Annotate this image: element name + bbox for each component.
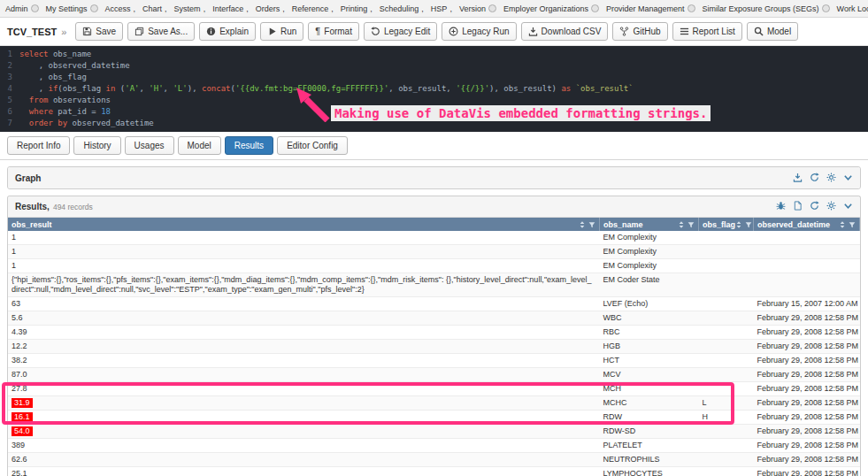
column-header-obs-result[interactable]: obs_result (8, 218, 600, 231)
table-row[interactable]: 31.9MCHCLFebruary 29, 2008 12:58 PM (8, 396, 860, 411)
nav-item-label: Provider Management (606, 4, 685, 13)
nav-item-my-settings[interactable]: My Settings (46, 4, 98, 13)
nav-item-interface[interactable]: Interface, (212, 4, 249, 13)
bug-icon[interactable] (776, 201, 786, 211)
legacy-run-button[interactable]: Legacy Run (442, 22, 516, 41)
sort-icon[interactable] (579, 221, 586, 228)
column-header-observed-datetime[interactable]: observed_datetime (754, 218, 860, 231)
github-button[interactable]: GitHub (612, 22, 667, 41)
nav-item-reference[interactable]: Reference, (292, 4, 334, 13)
table-row[interactable]: 389PLATELETFebruary 29, 2008 12:58 PM (8, 439, 860, 453)
file-icon[interactable] (793, 201, 803, 211)
status-circle-icon (90, 4, 98, 12)
cell-obs-result: 62.6 (8, 453, 600, 467)
code-text: , if(obs_flag in ('A', 'H', 'L'), concat… (19, 83, 634, 95)
nav-item-orders[interactable]: Orders, (256, 4, 285, 13)
table-row[interactable]: 1EM Complexity (8, 245, 860, 259)
cell-obs-name: EM Complexity (600, 231, 699, 245)
model-button[interactable]: Model (747, 22, 798, 41)
filter-icon[interactable] (849, 221, 856, 228)
filter-icon[interactable] (588, 221, 595, 228)
nav-item-admin[interactable]: Admin (5, 4, 39, 13)
nav-item-version[interactable]: Version (459, 4, 496, 13)
refresh-icon[interactable] (810, 173, 819, 182)
legacy-edit-button[interactable]: Legacy Edit (364, 22, 437, 41)
cell-observed-datetime (754, 231, 860, 245)
sort-icon[interactable] (678, 221, 685, 228)
tab-results[interactable]: Results (225, 136, 273, 155)
table-row[interactable]: 27.8MCHFebruary 29, 2008 12:58 PM (8, 382, 860, 396)
nav-item-scheduling[interactable]: Scheduling, (380, 4, 424, 13)
nav-item-employer-organizations[interactable]: Employer Organizations (503, 4, 599, 13)
nav-item-chart[interactable]: Chart, (142, 4, 167, 13)
table-row[interactable]: 62.6NEUTROPHILSFebruary 29, 2008 12:58 P… (8, 453, 860, 467)
table-row[interactable]: 87.0MCVFebruary 29, 2008 12:58 PM (8, 368, 860, 382)
list-icon (680, 27, 689, 36)
nav-item-hsp[interactable]: HSP, (431, 4, 452, 13)
table-row[interactable]: 63LVEF (Echo)February 15, 2007 12:00 AM (8, 297, 860, 311)
sort-icon[interactable] (839, 221, 846, 228)
save-as-button[interactable]: Save As... (127, 22, 195, 41)
button-label: Report List (693, 27, 735, 36)
table-row[interactable]: 1EM Complexity (8, 259, 860, 273)
report-list-button[interactable]: Report List (672, 22, 742, 41)
filter-icon[interactable] (687, 221, 695, 228)
save-button[interactable]: Save (75, 22, 123, 41)
nav-item-provider-management[interactable]: Provider Management (606, 4, 695, 13)
table-row[interactable]: 1EM Complexity (8, 231, 860, 245)
line-number: 5 (0, 95, 19, 106)
formatted-result-value: 16.1 (12, 412, 33, 422)
table-row[interactable]: 54.0RDW-SDFebruary 29, 2008 12:58 PM (8, 425, 860, 439)
refresh-icon[interactable] (810, 201, 819, 211)
download-icon[interactable] (793, 173, 803, 182)
nav-item-similar-exposure-groups-segs[interactable]: Similar Exposure Groups (SEGs) (703, 4, 830, 13)
gear-icon[interactable] (826, 201, 836, 211)
filter-icon[interactable] (745, 221, 752, 228)
code-text: where pat_id = 18 (19, 106, 111, 118)
cell-obs-name: HCT (600, 354, 699, 368)
results-panel-header: Results, 494 records (8, 196, 860, 218)
table-row[interactable]: 25.1LYMPHOCYTESFebruary 29, 2008 12:58 P… (8, 467, 860, 476)
run-button[interactable]: Run (260, 22, 303, 41)
tab-editor-config[interactable]: Editor Config (277, 136, 348, 155)
download-csv-button[interactable]: Download CSV (521, 22, 609, 41)
nav-item-printing[interactable]: Printing, (341, 4, 373, 13)
chevron-down-icon[interactable] (843, 201, 853, 211)
tab-model[interactable]: Model (178, 136, 221, 155)
gear-icon[interactable] (826, 173, 836, 182)
nav-item-work-locations[interactable]: Work Locations (837, 4, 868, 13)
code-text: order by observed_datetime (19, 118, 154, 129)
cell-obs-flag (699, 326, 754, 340)
sql-editor[interactable]: 1select obs_name2 , observed_datetime3 ,… (0, 46, 868, 132)
button-label: Save (96, 27, 116, 36)
line-number: 4 (0, 83, 19, 95)
cell-obs-flag (699, 368, 754, 382)
explain-button[interactable]: Explain (199, 22, 256, 41)
nav-item-system[interactable]: System, (174, 4, 206, 13)
graph-panel-header: Graph (8, 167, 860, 188)
code-line: 2 , observed_datetime (0, 60, 868, 72)
table-row[interactable]: {"hpi_items":{},"ros_items":{},"pfs_item… (8, 273, 860, 297)
plus-circle-icon (449, 27, 458, 36)
branch-icon (619, 27, 629, 36)
table-row[interactable]: 4.39RBCFebruary 29, 2008 12:58 PM (8, 326, 860, 340)
cell-obs-result: 25.1 (8, 467, 600, 476)
tab-report-info[interactable]: Report Info (7, 136, 70, 155)
tab-usages[interactable]: Usages (125, 136, 174, 155)
tab-history[interactable]: History (73, 136, 120, 155)
nav-item-access[interactable]: Access, (105, 4, 136, 13)
report-name-chevron[interactable]: » (61, 27, 66, 37)
table-row[interactable]: 38.2HCTFebruary 29, 2008 12:58 PM (8, 354, 860, 368)
chevron-down-icon[interactable] (843, 173, 853, 182)
sort-icon[interactable] (735, 221, 742, 228)
table-row[interactable]: 12.2HGBFebruary 29, 2008 12:58 PM (8, 340, 860, 354)
cell-obs-name: MCHC (600, 396, 699, 411)
table-row[interactable]: 16.1RDWHFebruary 29, 2008 12:58 PM (8, 411, 860, 425)
column-header-obs-flag[interactable]: obs_flag (699, 218, 754, 231)
column-header-obs-name[interactable]: obs_name (600, 218, 699, 231)
nav-item-label: Interface (212, 4, 243, 13)
format-button[interactable]: ¶Format (308, 22, 359, 41)
table-row[interactable]: 5.6WBCFebruary 29, 2008 12:58 PM (8, 311, 860, 326)
code-line: 3 , obs_flag (0, 72, 868, 83)
cell-obs-name: WBC (600, 311, 699, 326)
